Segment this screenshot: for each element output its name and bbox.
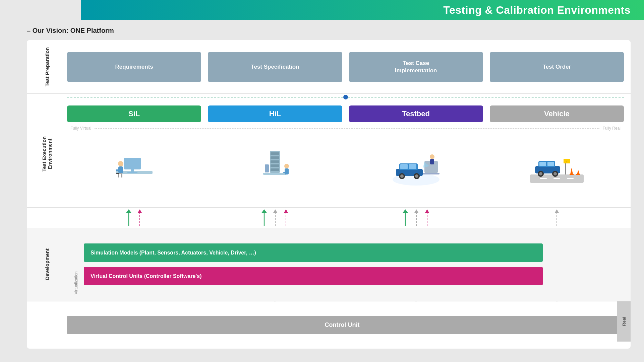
svg-marker-48 <box>570 168 573 174</box>
svg-rect-42 <box>539 162 546 166</box>
testbed-arrows <box>349 208 483 228</box>
testbed-image <box>349 125 483 207</box>
arrows-section <box>67 208 624 228</box>
svg-marker-64 <box>284 209 288 213</box>
preparation-boxes: Requirements Test Specification Test Cas… <box>67 49 624 85</box>
vehicle-arrow-gray <box>554 209 560 226</box>
svg-point-45 <box>539 172 542 175</box>
virtual-control-units-bar: Virtual Control Units (Controller Softwa… <box>84 267 543 285</box>
svg-rect-10 <box>121 174 122 177</box>
test-specification-box: Test Specification <box>208 52 342 82</box>
hil-badge: HiL <box>208 105 342 122</box>
test-preparation-row: Test Preparation Requirements Test Speci… <box>27 40 631 94</box>
sil-arrow-green <box>126 209 132 226</box>
vehicle-arrows <box>490 208 624 228</box>
svg-rect-39 <box>567 178 574 179</box>
svg-text:!: ! <box>567 160 568 163</box>
sil-illustration <box>112 148 156 185</box>
svg-marker-60 <box>261 209 267 213</box>
svg-marker-70 <box>425 209 429 213</box>
vehicle-column: Vehicle <box>490 100 624 207</box>
virtualization-label: Virtualization <box>74 234 78 294</box>
page-subtitle: – Our Vision: ONE Platform <box>27 27 114 34</box>
svg-rect-32 <box>423 173 440 174</box>
svg-rect-20 <box>285 168 289 174</box>
svg-rect-6 <box>116 169 119 171</box>
svg-marker-68 <box>414 209 419 213</box>
testbed-arrow-pink <box>424 209 430 226</box>
svg-point-33 <box>430 154 434 159</box>
development-content: Virtualization Simulation Models (Plant,… <box>67 234 624 294</box>
header-title: Testing & Calibration Environments <box>443 4 631 16</box>
testbed-arrow-green <box>402 209 408 226</box>
development-bars: Simulation Models (Plant, Sensors, Actua… <box>84 238 624 291</box>
svg-marker-56 <box>126 209 132 213</box>
svg-rect-26 <box>409 164 416 169</box>
svg-rect-17 <box>263 173 287 175</box>
simulation-models-bar: Simulation Models (Plant, Sensors, Actua… <box>84 243 543 262</box>
svg-marker-62 <box>273 209 278 213</box>
control-unit-bar: Control Unit <box>67 316 617 334</box>
sil-column: SiL <box>67 100 201 207</box>
svg-rect-38 <box>553 178 560 179</box>
svg-rect-34 <box>430 159 434 164</box>
test-execution-label: Test Execution Environment <box>27 100 67 207</box>
sil-arrows <box>67 208 201 228</box>
svg-rect-21 <box>283 172 286 173</box>
separator <box>67 94 624 100</box>
test-order-box: Test Order <box>490 52 624 82</box>
svg-rect-9 <box>118 174 119 177</box>
vehicle-image: ! <box>490 125 624 207</box>
svg-marker-72 <box>554 209 559 213</box>
vehicle-badge: Vehicle <box>490 105 624 122</box>
svg-rect-14 <box>271 160 279 163</box>
testbed-illustration <box>389 146 443 186</box>
svg-rect-7 <box>116 173 119 174</box>
hil-arrow-pink <box>283 209 289 226</box>
svg-point-30 <box>415 174 418 178</box>
development-row: Development Virtualization Simulation Mo… <box>27 228 631 301</box>
svg-rect-43 <box>547 162 554 166</box>
hil-arrow-green <box>261 209 267 226</box>
hil-arrows <box>208 208 342 228</box>
header-banner: Testing & Calibration Environments <box>81 0 644 20</box>
svg-rect-15 <box>271 164 279 167</box>
vehicle-illustration: ! <box>530 146 584 186</box>
svg-rect-25 <box>400 164 408 169</box>
svg-rect-3 <box>127 172 137 173</box>
hil-arrow-gray <box>273 209 278 226</box>
test-case-implementation-box: Test Case Implementation <box>349 52 483 82</box>
test-execution-row: Test Execution Environment Fully Virtual… <box>27 100 631 208</box>
svg-rect-16 <box>271 168 279 171</box>
testbed-arrow-gray <box>414 209 419 226</box>
testbed-column: Testbed <box>349 100 483 207</box>
development-label: Development <box>27 228 67 301</box>
svg-rect-2 <box>131 169 134 172</box>
test-preparation-label: Test Preparation <box>27 40 67 93</box>
svg-marker-66 <box>402 209 408 213</box>
svg-rect-49 <box>570 174 574 175</box>
svg-rect-51 <box>576 174 580 175</box>
center-dot <box>343 95 348 99</box>
sil-arrow-pink <box>137 209 142 226</box>
svg-rect-13 <box>271 156 279 159</box>
svg-point-4 <box>118 161 123 166</box>
hil-image <box>208 125 342 207</box>
main-diagram: Test Preparation Requirements Test Speci… <box>27 40 631 349</box>
svg-rect-5 <box>118 166 123 173</box>
svg-point-28 <box>400 174 404 178</box>
execution-columns: SiL <box>67 100 624 207</box>
svg-rect-1 <box>124 158 141 169</box>
svg-marker-50 <box>577 170 580 174</box>
svg-rect-12 <box>271 152 279 155</box>
svg-rect-37 <box>540 178 547 179</box>
testbed-badge: Testbed <box>349 105 483 122</box>
svg-rect-18 <box>265 164 269 172</box>
hil-column: HiL <box>208 100 342 207</box>
real-label: Real <box>617 301 631 342</box>
sil-badge: SiL <box>67 105 201 122</box>
svg-point-47 <box>553 172 557 175</box>
control-unit-row: Real Control Unit <box>27 301 631 342</box>
svg-rect-8 <box>119 173 122 174</box>
sil-image <box>67 125 201 207</box>
